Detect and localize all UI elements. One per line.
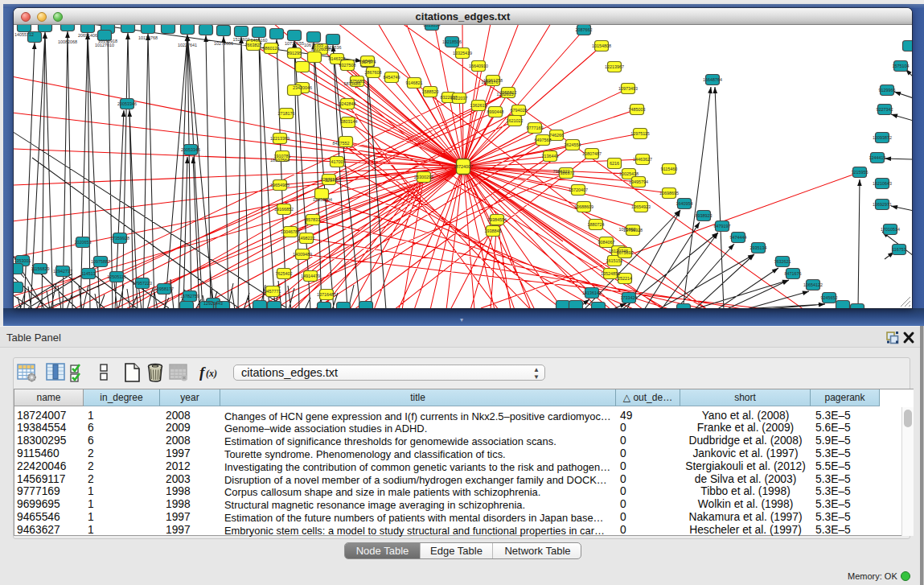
svg-text:3624554: 3624554 (565, 142, 581, 147)
svg-text:12213967: 12213967 (605, 64, 624, 69)
svg-text:19166852: 19166852 (274, 207, 294, 212)
svg-text:2718176: 2718176 (278, 111, 295, 116)
svg-text:1880724: 1880724 (588, 222, 605, 227)
svg-text:875685: 875685 (350, 79, 364, 84)
svg-text:12353594: 12353594 (313, 197, 332, 202)
svg-text:10973493: 10973493 (618, 86, 638, 91)
svg-text:14463627: 14463627 (633, 157, 652, 162)
svg-text:10154808: 10154808 (592, 43, 611, 48)
svg-text:2803144: 2803144 (341, 119, 358, 124)
svg-text:16640910: 16640910 (469, 64, 488, 68)
svg-text:25300295: 25300295 (414, 175, 433, 179)
svg-text:1910781: 1910781 (274, 154, 291, 159)
svg-text:8813054: 8813054 (424, 25, 441, 27)
svg-text:12975115: 12975115 (630, 131, 650, 136)
svg-text:17359928: 17359928 (110, 236, 129, 241)
svg-text:1075692: 1075692 (617, 250, 634, 255)
svg-text:8471676: 8471676 (785, 271, 802, 276)
svg-text:16782759: 16782759 (180, 294, 199, 299)
svg-text:116753: 116753 (892, 247, 906, 252)
svg-text:12213369: 12213369 (270, 136, 290, 141)
svg-text:10958177: 10958177 (154, 286, 174, 291)
svg-text:9129966: 9129966 (879, 88, 896, 93)
svg-text:14136141: 14136141 (582, 290, 602, 295)
svg-text:7485003: 7485003 (629, 107, 646, 112)
svg-text:9245652: 9245652 (821, 295, 838, 300)
svg-text:12505115: 12505115 (107, 274, 126, 279)
svg-text:20691406: 20691406 (78, 33, 97, 38)
svg-text:11156829: 11156829 (31, 266, 49, 271)
svg-text:1075692: 1075692 (619, 227, 636, 232)
svg-text:10654122: 10654122 (803, 282, 823, 287)
svg-text:10698695: 10698695 (659, 191, 679, 196)
svg-text:14055712: 14055712 (14, 32, 34, 37)
svg-text:(x): (x) (206, 368, 217, 379)
svg-text:9327508: 9327508 (339, 63, 356, 68)
svg-text:19654985: 19654985 (270, 183, 290, 187)
svg-text:f: f (199, 364, 206, 381)
svg-text:746266: 746266 (549, 133, 564, 138)
svg-text:20053346: 20053346 (117, 101, 137, 106)
svg-text:252214: 252214 (618, 276, 632, 281)
svg-text:17010514: 17010514 (881, 227, 900, 232)
svg-text:9242848: 9242848 (339, 101, 356, 106)
svg-text:19384554: 19384554 (487, 217, 507, 222)
svg-text:10179768: 10179768 (138, 35, 158, 40)
svg-text:13325419: 13325419 (453, 51, 472, 56)
svg-text:16648764: 16648764 (703, 77, 722, 82)
svg-text:15720407: 15720407 (569, 187, 588, 192)
svg-text:12923443: 12923443 (203, 301, 223, 306)
svg-text:1362615: 1362615 (497, 92, 514, 97)
svg-text:9474444: 9474444 (730, 235, 747, 240)
svg-text:6794028: 6794028 (511, 108, 528, 113)
svg-text:7386372: 7386372 (558, 171, 575, 175)
svg-text:9227342: 9227342 (877, 107, 893, 112)
svg-text:1527602: 1527602 (233, 37, 250, 42)
svg-text:1588520: 1588520 (422, 89, 439, 94)
svg-text:1575104: 1575104 (893, 64, 910, 68)
svg-text:1733426: 1733426 (621, 295, 638, 300)
svg-text:7632621: 7632621 (774, 259, 791, 264)
svg-text:2020653: 2020653 (75, 240, 92, 245)
svg-text:10046786: 10046786 (281, 229, 300, 234)
svg-text:891295: 891295 (287, 51, 302, 56)
svg-text:6479197: 6479197 (714, 224, 731, 229)
svg-text:1621022: 1621022 (507, 118, 524, 123)
svg-text:23420046: 23420046 (293, 85, 312, 90)
svg-text:2087662: 2087662 (576, 27, 593, 32)
svg-text:8427552: 8427552 (333, 141, 350, 146)
svg-text:2136443: 2136443 (542, 154, 559, 159)
svg-text:1096176: 1096176 (482, 80, 499, 84)
svg-text:9860124: 9860124 (263, 46, 280, 51)
svg-text:6497568: 6497568 (535, 138, 552, 142)
svg-text:6322037: 6322037 (451, 96, 468, 101)
svg-text:23226058: 23226058 (311, 47, 331, 51)
svg-text:18724007: 18724007 (454, 164, 473, 169)
svg-text:8454749: 8454749 (384, 75, 400, 80)
svg-text:7663822: 7663822 (245, 43, 262, 47)
svg-text:20053346: 20053346 (181, 147, 200, 152)
svg-text:13495794: 13495794 (629, 179, 648, 184)
svg-text:13692971: 13692971 (873, 202, 892, 207)
svg-text:10025438: 10025438 (619, 171, 639, 176)
svg-text:6466160: 6466160 (251, 38, 268, 43)
svg-text:13716485: 13716485 (317, 292, 336, 297)
svg-text:10719155: 10719155 (285, 41, 304, 46)
svg-text:6216: 6216 (610, 161, 619, 166)
svg-text:13654923: 13654923 (631, 204, 651, 209)
svg-text:16210643: 16210643 (873, 181, 892, 186)
svg-text:10082068: 10082068 (58, 39, 77, 44)
svg-text:8990448: 8990448 (487, 109, 504, 114)
svg-text:17957223: 17957223 (133, 281, 152, 286)
svg-text:9777169: 9777169 (527, 126, 544, 130)
svg-text:8146328: 8146328 (329, 56, 346, 61)
svg-text:12942737: 12942737 (53, 269, 72, 274)
svg-text:3267110: 3267110 (321, 177, 338, 182)
svg-text:857833: 857833 (306, 217, 320, 222)
svg-text:14914479: 14914479 (301, 274, 320, 278)
svg-text:41700: 41700 (331, 159, 343, 164)
svg-text:2867608: 2867608 (365, 70, 382, 75)
svg-text:10227641: 10227641 (178, 43, 197, 47)
svg-text:1938845: 1938845 (485, 229, 502, 233)
svg-text:9115460: 9115460 (661, 167, 678, 171)
